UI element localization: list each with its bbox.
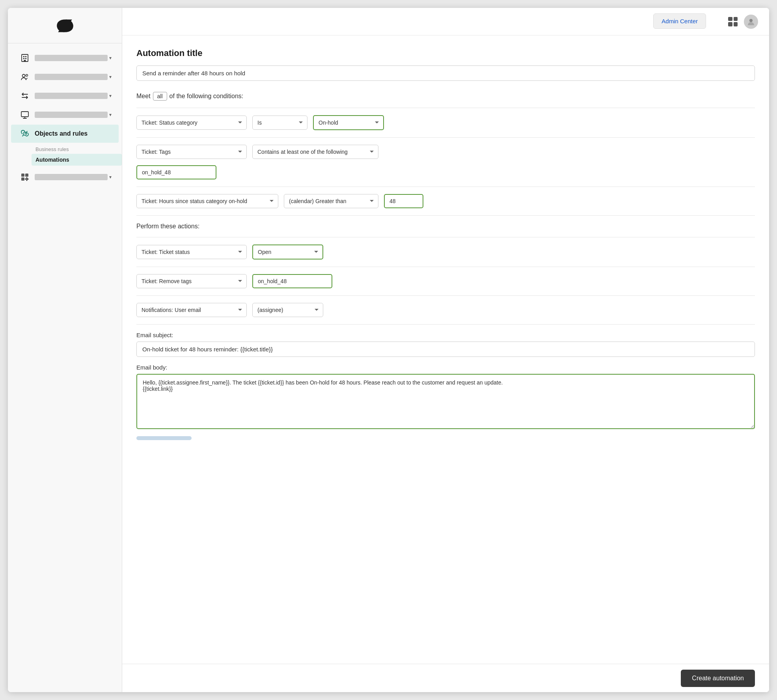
sidebar-nav: ▾ ▾ ▾ — [8, 43, 122, 692]
sidebar-sub-item-business-rules: Business rules — [32, 144, 122, 154]
sidebar-item-objects-label: Objects and rules — [35, 130, 112, 137]
act3-value-select[interactable]: (assignee) — [252, 303, 323, 317]
svg-rect-11 — [25, 174, 28, 177]
sidebar-item-monitor[interactable]: ▾ — [11, 106, 119, 124]
svg-rect-12 — [21, 177, 24, 181]
action-row-3: Notifications: User email (assignee) — [136, 303, 755, 317]
sidebar-item-channels[interactable]: ▾ — [11, 87, 119, 105]
divider-6 — [136, 267, 755, 267]
all-badge[interactable]: all — [153, 92, 167, 101]
create-automation-button[interactable]: Create automation — [681, 670, 755, 687]
chevron-down-icon-2: ▾ — [109, 74, 112, 80]
action-row-1: Ticket: Ticket status Open — [136, 245, 755, 259]
sidebar-item-building-label — [35, 55, 108, 61]
chevron-down-icon-5: ▾ — [109, 174, 112, 180]
divider-4 — [136, 215, 755, 216]
cond3-field-select[interactable]: Ticket: Hours since status category on-h… — [136, 194, 278, 208]
sidebar-item-building[interactable]: ▾ — [11, 49, 119, 67]
sidebar-sub-item-automations[interactable]: Automations — [32, 154, 122, 166]
cond3-number-input[interactable] — [384, 194, 423, 208]
svg-point-7 — [26, 75, 28, 77]
cond2-field-select[interactable]: Ticket: Tags — [136, 145, 247, 159]
grid-icon[interactable] — [728, 17, 738, 26]
action-row-2: Ticket: Remove tags — [136, 274, 755, 288]
divider-1 — [136, 108, 755, 108]
cond3-operator-select[interactable]: (calendar) Greater than — [284, 194, 378, 208]
sidebar-item-objects[interactable]: Objects and rules — [11, 125, 119, 143]
sidebar-item-people-label — [35, 74, 108, 80]
logo — [8, 8, 122, 43]
objects-icon — [18, 129, 32, 138]
divider-2 — [136, 137, 755, 138]
divider-3 — [136, 187, 755, 187]
form-area: Automation title Meet all of the followi… — [122, 35, 769, 664]
sidebar: ▾ ▾ ▾ — [8, 8, 122, 692]
people-icon — [18, 73, 32, 81]
sidebar-item-channels-label — [35, 93, 108, 99]
apps-icon — [18, 173, 32, 181]
email-subject-input[interactable] — [136, 342, 755, 357]
act1-field-select[interactable]: Ticket: Ticket status — [136, 245, 247, 259]
svg-rect-5 — [24, 60, 26, 62]
admin-center-dropdown[interactable]: Admin Center — [653, 13, 706, 29]
svg-point-6 — [22, 75, 25, 77]
condition-row-1: Ticket: Status category Is On-hold — [136, 115, 755, 130]
sidebar-item-people[interactable]: ▾ — [11, 68, 119, 86]
act3-field-select[interactable]: Notifications: User email — [136, 303, 247, 317]
user-icon[interactable] — [744, 15, 758, 29]
bottom-bar: Create automation — [122, 664, 769, 692]
svg-point-14 — [749, 19, 753, 22]
cond1-operator-select[interactable]: Is — [252, 116, 307, 130]
cond2-operator-select[interactable]: Contains at least one of the following — [252, 145, 378, 159]
divider-7 — [136, 295, 755, 296]
building-icon — [18, 54, 32, 62]
condition-row-3: Ticket: Hours since status category on-h… — [136, 194, 755, 208]
sidebar-item-apps[interactable]: ▾ — [11, 168, 119, 186]
svg-rect-1 — [23, 56, 24, 57]
act2-field-select[interactable]: Ticket: Remove tags — [136, 274, 247, 288]
main-content: Admin Center Automation title Meet all o… — [122, 8, 769, 692]
form-title: Automation title — [136, 48, 755, 58]
meet-label: Meet — [136, 93, 151, 100]
admin-center-label: Admin Center — [661, 18, 698, 24]
conditions-suffix: of the following conditions: — [170, 93, 244, 100]
top-bar: Admin Center — [122, 8, 769, 35]
act1-value-select[interactable]: Open — [252, 245, 323, 259]
svg-rect-2 — [25, 56, 26, 57]
scroll-indicator — [136, 436, 192, 440]
sidebar-item-monitor-label — [35, 112, 108, 118]
email-body-textarea[interactable]: Hello, {{ticket.assignee.first_name}}. T… — [136, 374, 755, 429]
cond1-value-select[interactable]: On-hold — [313, 115, 384, 130]
sidebar-sub-nav: Business rules Automations — [8, 144, 122, 167]
divider-5 — [136, 237, 755, 237]
business-rules-label: Business rules — [35, 146, 69, 152]
chevron-down-icon-4: ▾ — [109, 112, 112, 118]
svg-rect-8 — [21, 112, 28, 117]
automation-title-input[interactable] — [136, 65, 755, 81]
monitor-icon — [18, 110, 32, 119]
email-subject-label: Email subject: — [136, 332, 755, 338]
svg-rect-4 — [25, 58, 26, 59]
chevron-down-icon-3: ▾ — [109, 93, 112, 99]
act2-tag-input[interactable] — [252, 274, 332, 288]
svg-rect-10 — [21, 174, 24, 177]
conditions-header: Meet all of the following conditions: — [136, 92, 755, 101]
cond1-field-select[interactable]: Ticket: Status category — [136, 116, 247, 130]
condition-row-2: Ticket: Tags Contains at least one of th… — [136, 145, 755, 159]
arrows-icon — [18, 91, 32, 100]
email-body-label: Email body: — [136, 364, 755, 371]
chevron-down-icon: ▾ — [109, 55, 112, 61]
actions-header: Perform these actions: — [136, 223, 755, 230]
divider-8 — [136, 324, 755, 325]
sidebar-item-apps-label — [35, 174, 108, 180]
zendesk-logo — [52, 17, 78, 34]
cond2-tag-input[interactable] — [136, 165, 216, 179]
svg-rect-3 — [23, 58, 24, 59]
automations-label: Automations — [35, 157, 69, 163]
